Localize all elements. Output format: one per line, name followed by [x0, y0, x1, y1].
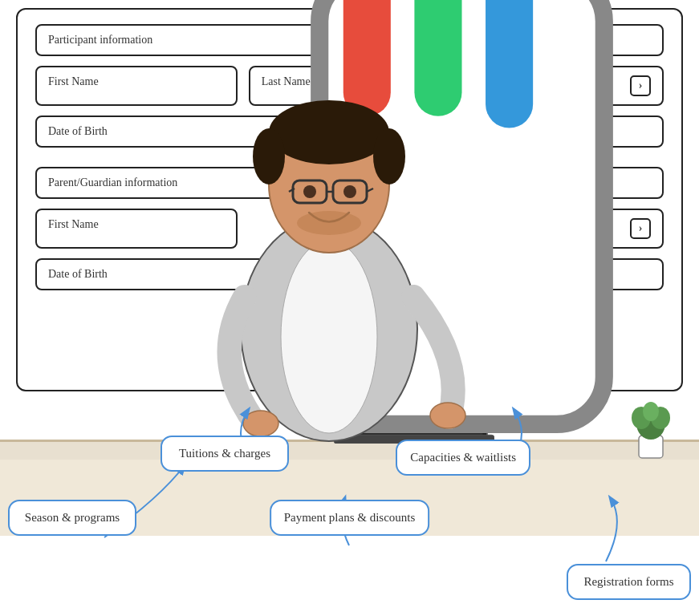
- capacities-waitlists-label: Capacities & waitlists: [410, 451, 516, 464]
- payment-plans-label: Payment plans & discounts: [284, 511, 416, 524]
- svg-point-1: [281, 241, 377, 433]
- capacities-waitlists-bubble[interactable]: Capacities & waitlists: [396, 440, 530, 476]
- svg-point-4: [269, 100, 389, 164]
- tuitions-charges-bubble[interactable]: Tuitions & charges: [161, 436, 289, 472]
- payment-plans-bubble[interactable]: Payment plans & discounts: [270, 500, 430, 536]
- season-programs-bubble[interactable]: Season & programs: [8, 500, 136, 536]
- registration-forms-label: Registration forms: [583, 575, 673, 588]
- svg-point-14: [297, 211, 361, 235]
- season-programs-label: Season & programs: [25, 511, 120, 524]
- svg-point-16: [430, 403, 465, 428]
- svg-point-12: [303, 185, 316, 198]
- svg-point-6: [373, 128, 405, 184]
- registration-forms-bubble[interactable]: Registration forms: [567, 564, 691, 600]
- tuitions-charges-label: Tuitions & charges: [179, 447, 270, 460]
- svg-point-15: [243, 411, 278, 436]
- svg-point-5: [253, 128, 285, 184]
- person-illustration: [128, 24, 530, 505]
- svg-point-13: [343, 185, 356, 198]
